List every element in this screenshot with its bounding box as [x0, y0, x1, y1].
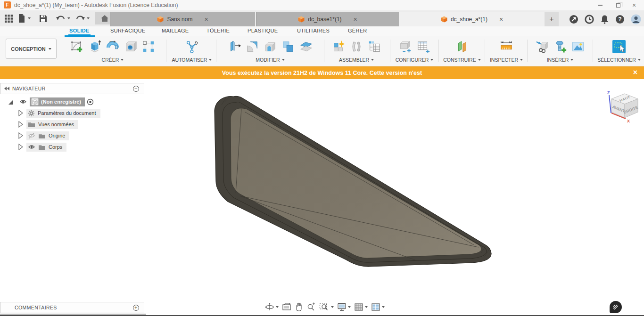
tree-row-root[interactable]: (Non enregistré)	[0, 96, 94, 107]
restore-button[interactable]	[610, 0, 626, 10]
pattern-button[interactable]	[140, 38, 157, 56]
ribbon-tab-tolerie[interactable]: TÔLERIE	[206, 28, 231, 33]
new-component-button[interactable]	[330, 38, 347, 56]
ribbon-tab-surfacique[interactable]: SURFACIQUE	[109, 28, 147, 33]
collapsed-arrow-icon[interactable]	[18, 110, 24, 116]
group-label-creer[interactable]: CRÉER	[102, 57, 124, 63]
close-tab-icon[interactable]: ×	[499, 16, 503, 23]
new-tab-button[interactable]: +	[545, 12, 559, 26]
shell-button[interactable]	[261, 38, 279, 56]
group-inserer: INSÉRER	[529, 37, 591, 63]
model-viewport[interactable]: HAUT AVANT DROITE Z X NAVIGATEUR − (Non …	[0, 79, 644, 316]
extensions-icon[interactable]	[569, 15, 578, 24]
look-at-button[interactable]	[282, 303, 291, 311]
collapsed-arrow-icon[interactable]	[18, 121, 24, 128]
zoom-icon	[306, 302, 316, 312]
select-button[interactable]	[610, 38, 628, 56]
ribbon-tab-maillage[interactable]: MAILLAGE	[161, 28, 190, 33]
ribbon-tab-gerer[interactable]: GÉRER	[347, 28, 368, 33]
grid-settings-button[interactable]	[354, 303, 368, 311]
feedback-chat-button[interactable]	[610, 301, 622, 313]
expanded-arrow-icon[interactable]	[8, 99, 14, 105]
close-tab-icon[interactable]: ×	[204, 16, 208, 23]
root-item-selected[interactable]: (Non enregistré)	[30, 97, 85, 106]
save-button[interactable]	[37, 12, 49, 25]
user-avatar[interactable]	[631, 14, 641, 24]
tree-row-named-views[interactable]: Vues nommées	[0, 119, 78, 130]
doc-tab-dc-shoe-a[interactable]: dc_shoe_a*(1) ×	[399, 12, 545, 26]
automate-button[interactable]	[183, 38, 201, 56]
measure-button[interactable]	[497, 38, 515, 56]
viewports-button[interactable]	[371, 303, 385, 311]
banner-close-icon[interactable]: ×	[633, 68, 637, 77]
collapse-panel-icon[interactable]	[4, 87, 9, 90]
extrude-button[interactable]	[86, 38, 104, 56]
group-label-construire[interactable]: CONSTRUIRE	[443, 57, 480, 63]
activate-radio-icon[interactable]	[87, 98, 94, 105]
undo-button[interactable]	[54, 12, 72, 25]
press-pull-button[interactable]	[225, 38, 243, 56]
notifications-bell-icon[interactable]	[600, 15, 609, 24]
display-settings-button[interactable]	[337, 302, 351, 312]
redo-button[interactable]	[73, 12, 91, 25]
ribbon-tab-utilitaires[interactable]: UTILITAIRES	[296, 28, 330, 33]
offset-face-button[interactable]	[297, 38, 315, 56]
minimize-button[interactable]	[592, 0, 608, 10]
viewcube[interactable]: HAUT AVANT DROITE Z X	[605, 89, 644, 126]
construct-plane-button[interactable]	[453, 38, 471, 56]
combine-button[interactable]	[279, 38, 297, 56]
insert-fastener-button[interactable]	[551, 38, 569, 56]
insert-derive-button[interactable]	[533, 38, 551, 56]
configuration-table-button[interactable]	[414, 38, 432, 56]
collapsed-arrow-icon[interactable]	[18, 144, 24, 150]
configuration-button[interactable]	[396, 38, 414, 56]
bom-button[interactable]	[365, 38, 383, 56]
doc-tab-dc-base1[interactable]: dc_base1*(1) ×	[256, 12, 399, 26]
minimize-panel-icon[interactable]: −	[133, 86, 139, 92]
app-grid-button[interactable]	[3, 12, 15, 25]
ribbon-tab-plastique[interactable]: PLASTIQUE	[247, 28, 279, 33]
comments-panel-header[interactable]: COMMENTAIRES +	[0, 302, 144, 313]
tree-row-document-settings[interactable]: Paramètres du document	[0, 107, 100, 119]
ribbon-tab-solide[interactable]: SOLIDE	[68, 28, 91, 36]
revolve-button[interactable]	[104, 38, 122, 56]
add-comment-icon[interactable]: +	[133, 305, 139, 311]
visibility-eye-icon[interactable]	[28, 144, 35, 150]
zoom-window-button[interactable]	[319, 302, 334, 312]
home-icon	[100, 15, 109, 22]
doc-tab-sans-nom[interactable]: Sans nom ×	[110, 12, 255, 26]
bom-table-icon	[367, 40, 381, 54]
fillet-button[interactable]	[243, 38, 261, 56]
group-label-selectionner[interactable]: SÉLECTIONNER	[597, 57, 641, 63]
create-sketch-button[interactable]	[68, 38, 86, 56]
pan-button[interactable]	[295, 302, 303, 312]
visibility-eye-icon[interactable]	[19, 98, 27, 105]
close-window-button[interactable]: ×	[626, 0, 642, 10]
insert-image-button[interactable]	[569, 38, 587, 56]
visibility-off-icon[interactable]	[28, 132, 35, 139]
group-label-inserer[interactable]: INSÉRER	[547, 57, 574, 63]
group-label-inspecter[interactable]: INSPECTER	[490, 57, 523, 63]
tree-row-bodies[interactable]: Corps	[0, 141, 66, 153]
joint-button[interactable]	[347, 38, 365, 56]
close-tab-icon[interactable]: ×	[354, 16, 357, 23]
orbit-button[interactable]	[265, 302, 279, 312]
file-menu-button[interactable]	[16, 12, 33, 25]
toolbar-divider	[324, 40, 324, 62]
collapsed-arrow-icon[interactable]	[18, 132, 24, 139]
zoom-button[interactable]	[306, 302, 316, 312]
group-label-automatiser[interactable]: AUTOMATISER	[172, 57, 212, 63]
help-icon[interactable]: ?	[615, 15, 625, 24]
group-label-modifier[interactable]: MODIFIER	[256, 57, 284, 63]
clock-icon[interactable]	[585, 15, 594, 24]
hole-button[interactable]	[122, 38, 140, 56]
tree-row-origin[interactable]: Origine	[0, 130, 69, 141]
group-automatiser: AUTOMATISER	[170, 37, 214, 63]
group-label-configurer[interactable]: CONFIGURER	[396, 57, 434, 63]
group-selectionner: SÉLECTIONNER	[595, 37, 643, 63]
workspace-selector-button[interactable]: CONCEPTION	[6, 39, 57, 59]
navigator-panel-header[interactable]: NAVIGATEUR −	[0, 83, 144, 94]
mesh-body-model[interactable]	[207, 91, 500, 275]
viewcube-x-label: X	[627, 119, 630, 123]
group-label-assembler[interactable]: ASSEMBLER	[339, 57, 374, 63]
